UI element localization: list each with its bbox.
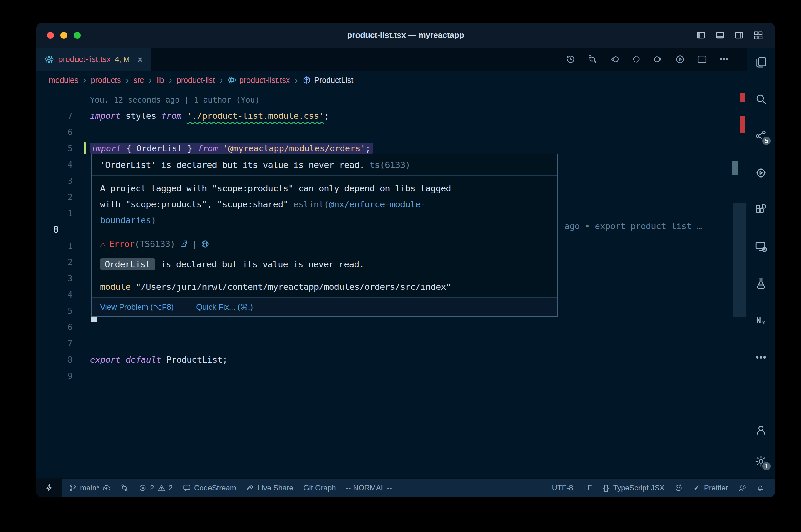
zoom-window-button[interactable] [74, 32, 81, 39]
view-problem-action[interactable]: View Problem (⌥F8) [100, 303, 174, 312]
status-remote-indicator[interactable] [36, 478, 62, 497]
tab-bar: product-list.tsx 4, M × [36, 48, 747, 71]
globe-icon[interactable] [201, 240, 210, 248]
code-row[interactable]: 7 [36, 335, 732, 352]
status-notifications[interactable] [751, 478, 769, 497]
breadcrumb-item-modules[interactable]: modules [49, 76, 78, 85]
error-x-icon [139, 484, 147, 492]
activity-bar-item-more-views[interactable] [753, 350, 768, 365]
activity-bar-item-explorer[interactable] [753, 55, 768, 70]
gutter-decoration [83, 189, 90, 205]
status-prettier[interactable]: ✓Prettier [688, 478, 733, 497]
tab-product-list[interactable]: product-list.tsx 4, M × [36, 48, 151, 71]
breadcrumb-label: lib [157, 76, 164, 85]
encoding-label: UTF-8 [552, 483, 573, 492]
liveshare-icon [246, 484, 254, 492]
error-description: is declared but its value is never read. [161, 260, 364, 269]
flask-icon [755, 277, 767, 290]
warning-icon [158, 484, 165, 492]
status-github[interactable] [670, 478, 688, 497]
check-icon: ✓ [693, 484, 701, 492]
feedback-icon [738, 484, 746, 492]
token: import [90, 111, 126, 121]
code-row[interactable]: 6 [36, 124, 732, 140]
line-number: 7 [36, 111, 83, 121]
account-icon [755, 424, 767, 436]
activity-bar-item-source-control-graph[interactable]: 5 [753, 129, 768, 144]
hover-resize-grip[interactable] [91, 317, 97, 322]
status-branch-compare[interactable] [115, 478, 133, 497]
split-icon[interactable] [697, 54, 707, 64]
status-live-share[interactable]: Live Share [241, 478, 298, 497]
code-row[interactable]: 8export default ProductList; [36, 352, 732, 367]
activity-bar-item-testing[interactable] [753, 276, 768, 291]
line-number: 2 [36, 192, 83, 202]
git-graph-label: Git Graph [304, 483, 336, 492]
close-window-button[interactable] [47, 32, 54, 39]
gutter-decoration [83, 91, 90, 108]
activity-bar-item-nx-console[interactable]: Nx [753, 313, 768, 328]
next-change-icon[interactable] [653, 54, 663, 64]
gutter-decoration [83, 205, 90, 221]
activity-bar-item-extensions[interactable] [753, 202, 768, 217]
symbol-badge: OrderList [100, 259, 155, 270]
external-link-icon[interactable] [179, 240, 188, 248]
nx-rule-link[interactable]: @nx/enforce-module- [329, 200, 426, 209]
activity-bar-item-remote-explorer[interactable] [753, 239, 768, 254]
layout-controls [696, 30, 775, 40]
breadcrumb-item-src[interactable]: src [133, 76, 144, 85]
compare-icon[interactable] [587, 54, 598, 64]
change-icon[interactable] [631, 54, 641, 64]
code-row[interactable]: 6 [36, 319, 732, 335]
status-eol[interactable]: LF [578, 478, 597, 497]
activity-bar-item-run-debug[interactable] [753, 165, 768, 180]
token: from [161, 111, 187, 121]
status-language-mode[interactable]: {}TypeScript JSX [597, 478, 670, 497]
blame-annotation[interactable]: You, 12 seconds ago | 1 author (You) [90, 95, 260, 104]
breadcrumb-item-lib[interactable]: lib [157, 76, 164, 85]
more-icon[interactable] [719, 54, 729, 64]
breadcrumb-separator-icon: › [149, 75, 152, 85]
tab-close-icon[interactable]: × [137, 54, 143, 64]
code-row[interactable]: 7import styles from './product-list.modu… [36, 108, 732, 124]
status-codestream[interactable]: CodeStream [178, 478, 241, 497]
token: { OrderList } [122, 144, 198, 153]
breadcrumb-item-productlist[interactable]: ProductList [302, 76, 353, 85]
breadcrumb-label: products [91, 76, 121, 85]
breadcrumb-label: product-list.tsx [239, 76, 290, 85]
hover-action-bar: View Problem (⌥F8)Quick Fix... (⌘.) [92, 298, 557, 316]
history-icon[interactable] [565, 54, 576, 64]
more-icon [755, 351, 767, 363]
scrollbar-thumb[interactable] [733, 203, 746, 317]
panel-right-icon[interactable] [734, 30, 744, 40]
status-git-graph[interactable]: Git Graph [298, 478, 341, 497]
status-problems[interactable]: 22 [133, 478, 178, 497]
status-encoding[interactable]: UTF-8 [547, 478, 578, 497]
status-feedback[interactable] [733, 478, 751, 497]
panel-left-icon[interactable] [696, 30, 706, 40]
line-number: 5 [36, 306, 83, 316]
panel-bottom-icon[interactable] [715, 30, 725, 40]
codelens-row[interactable]: You, 12 seconds ago | 1 author (You) [36, 91, 732, 108]
layout-grid-icon[interactable] [753, 30, 763, 40]
status-git-branch[interactable]: main* [64, 478, 115, 497]
prev-change-icon[interactable] [609, 54, 620, 64]
activity-bar-item-settings[interactable]: 1 [753, 454, 768, 469]
minimize-window-button[interactable] [60, 32, 67, 39]
hover-ts-message: 'OrderList' is declared but its value is… [92, 154, 557, 176]
breadcrumb-item-product-list[interactable]: product-list [177, 76, 215, 85]
activity-bar-item-search[interactable] [753, 92, 768, 107]
code-editor[interactable]: You, 12 seconds ago | 1 author (You)7imp… [36, 89, 747, 478]
hover-module-path: module "/Users/juri/nrwl/content/myreact… [92, 276, 557, 298]
gutter-decoration [83, 367, 90, 384]
token: export [90, 355, 126, 364]
breadcrumb-item-product-list-tsx[interactable]: product-list.tsx [227, 76, 290, 85]
error-code: (TS6133) [134, 239, 175, 249]
run-circle-icon[interactable] [675, 54, 685, 64]
activity-bar-item-accounts[interactable] [753, 423, 768, 438]
status-vim-mode[interactable]: -- NORMAL -- [341, 478, 397, 497]
quick-fix-action[interactable]: Quick Fix... (⌘.) [196, 303, 253, 312]
breadcrumb-item-products[interactable]: products [91, 76, 121, 85]
nx-rule-link[interactable]: boundaries [100, 215, 151, 225]
code-row[interactable]: 9 [36, 367, 732, 384]
